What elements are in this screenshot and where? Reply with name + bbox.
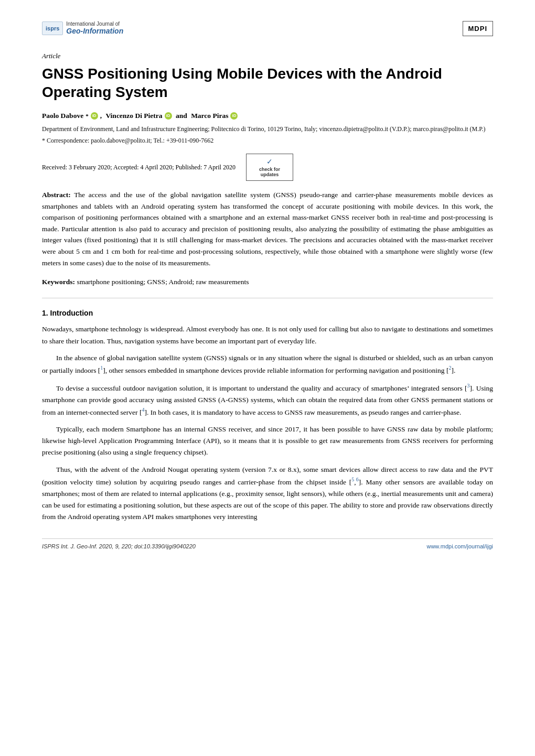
abstract-section: Abstract: The access and the use of the … <box>42 189 493 268</box>
page-footer: ISPRS Int. J. Geo-Inf. 2020, 9, 220; doi… <box>42 538 493 549</box>
check-updates-checkmark: ✓ <box>266 157 273 166</box>
isprs-text: isprs <box>46 25 59 31</box>
mdpi-logo: MDPI <box>463 21 494 36</box>
journal-branding: isprs International Journal of Geo-Infor… <box>42 21 123 35</box>
section-divider <box>42 298 493 298</box>
author1-name: Paolo Dabove <box>42 112 83 120</box>
isprs-logo: isprs International Journal of Geo-Infor… <box>42 21 123 35</box>
journal-title-block: International Journal of Geo-Information <box>66 21 123 35</box>
affiliation-block: Department of Environment, Land and Infr… <box>42 124 493 134</box>
section1-title: 1. Introduction <box>42 309 493 317</box>
ref6: 6 <box>356 477 359 482</box>
section1-para5: Thus, with the advent of the Android Nou… <box>42 464 493 523</box>
author2-orcid-icon: iD <box>165 112 172 120</box>
ref4: 4 <box>142 407 144 413</box>
author1-star: * <box>85 113 89 119</box>
author1-orcid-icon: iD <box>91 112 98 120</box>
authors-line: Paolo Dabove * iD , Vincenzo Di Pietra i… <box>42 112 493 120</box>
keywords-section: Keywords: smartphone positioning; GNSS; … <box>42 277 493 287</box>
footer-url: www.mdpi.com/journal/ijgi <box>426 543 493 549</box>
correspondence-block: * Correspondence: paolo.dabove@polito.it… <box>42 136 493 145</box>
check-updates-badge: ✓ check for updates <box>246 154 293 181</box>
ref3: 3 <box>467 383 470 388</box>
keywords-label: Keywords: <box>42 278 75 286</box>
author-separator1: , <box>100 112 104 120</box>
section1-para1: Nowadays, smartphone technology is wides… <box>42 323 493 347</box>
author3-name: Marco Piras <box>191 112 228 120</box>
footer-citation: ISPRS Int. J. Geo-Inf. 2020, 9, 220; doi… <box>42 543 196 549</box>
author3-orcid-icon: iD <box>230 112 238 120</box>
received-line: Received: 3 February 2020; Accepted: 4 A… <box>42 154 493 181</box>
abstract-label: Abstract: <box>42 191 71 199</box>
ref1: 1 <box>100 365 103 371</box>
keywords-text: smartphone positioning; GNSS; Android; r… <box>77 278 249 286</box>
received-dates: Received: 3 February 2020; Accepted: 4 A… <box>42 164 236 171</box>
ref5: 5 <box>351 477 354 482</box>
author-separator2: and <box>174 112 189 120</box>
section1-body: Nowadays, smartphone technology is wides… <box>42 323 493 523</box>
intl-journal-text: International Journal of <box>66 21 123 27</box>
section1-para2: In the absence of global navigation sate… <box>42 352 493 376</box>
section1-para4: Typically, each modern Smartphone has an… <box>42 424 493 459</box>
check-updates-label: check for updates <box>251 167 288 177</box>
paper-title: GNSS Positioning Using Mobile Devices wi… <box>42 64 493 101</box>
abstract-text: The access and the use of the global nav… <box>42 191 493 267</box>
section1-para3: To devise a successful outdoor navigatio… <box>42 382 493 418</box>
geo-info-text: Geo-Information <box>66 27 123 35</box>
author2-name: Vincenzo Di Pietra <box>105 112 162 120</box>
isprs-logo-box: isprs <box>42 21 63 35</box>
article-type: Article <box>42 52 493 60</box>
abstract-paragraph: Abstract: The access and the use of the … <box>42 189 493 268</box>
page-header: isprs International Journal of Geo-Infor… <box>42 21 493 36</box>
ref2: 2 <box>448 365 451 371</box>
